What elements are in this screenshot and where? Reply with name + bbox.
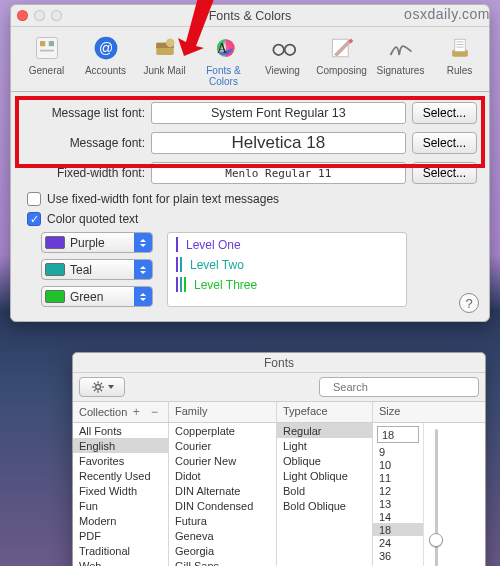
svg-point-17 [95, 385, 100, 390]
quote-color-popup-1[interactable]: Purple [41, 232, 153, 253]
list-item[interactable]: Favorites [73, 453, 168, 468]
list-item[interactable]: Fixed Width [73, 483, 168, 498]
list-item[interactable]: Bold [277, 483, 372, 498]
list-item[interactable]: Didot [169, 468, 276, 483]
list-item[interactable]: All Fonts [73, 423, 168, 438]
tab-junk-mail[interactable]: Junk Mail [135, 31, 194, 91]
list-item[interactable]: Courier New [169, 453, 276, 468]
svg-rect-2 [40, 41, 45, 46]
level-three-text: Level Three [194, 278, 257, 292]
level-one-text: Level One [186, 238, 241, 252]
list-item[interactable]: Recently Used [73, 468, 168, 483]
list-item[interactable]: DIN Condensed [169, 498, 276, 513]
list-item[interactable]: Regular [277, 423, 372, 438]
list-item[interactable]: Web [73, 558, 168, 566]
list-item[interactable]: 24 [373, 536, 423, 549]
list-item[interactable]: Traditional [73, 543, 168, 558]
typeface-list[interactable]: RegularLightObliqueLight ObliqueBoldBold… [277, 423, 373, 566]
fonts-panel-title[interactable]: Fonts [73, 353, 485, 373]
action-menu-button[interactable] [79, 377, 125, 397]
list-item[interactable]: Georgia [169, 543, 276, 558]
tab-fonts-colors[interactable]: A Fonts & Colors [194, 31, 253, 91]
list-item[interactable]: 10 [373, 458, 423, 471]
chevron-updown-icon [134, 260, 152, 279]
search-input[interactable] [331, 380, 473, 394]
quote-color-popup-3[interactable]: Green [41, 286, 153, 307]
color-name: Green [70, 290, 103, 304]
list-item[interactable]: Copperplate [169, 423, 276, 438]
viewing-icon [266, 33, 300, 63]
list-item[interactable]: 14 [373, 510, 423, 523]
list-item[interactable]: PDF [73, 528, 168, 543]
list-item[interactable]: 9 [373, 445, 423, 458]
composing-icon [325, 33, 359, 63]
list-item[interactable]: Geneva [169, 528, 276, 543]
use-fixed-width-checkbox[interactable] [27, 192, 41, 206]
list-item[interactable]: Courier [169, 438, 276, 453]
zoom-icon[interactable] [51, 10, 62, 21]
list-item[interactable]: Oblique [277, 453, 372, 468]
list-item[interactable]: 18 [373, 523, 423, 536]
select-button[interactable]: Select... [412, 162, 477, 184]
select-button[interactable]: Select... [412, 102, 477, 124]
tab-general[interactable]: General [17, 31, 76, 91]
chevron-updown-icon [134, 233, 152, 252]
tab-rules[interactable]: Rules [430, 31, 489, 91]
svg-text:A: A [217, 41, 228, 56]
color-swatch-icon [45, 236, 65, 249]
list-item[interactable]: Bold Oblique [277, 498, 372, 513]
select-button[interactable]: Select... [412, 132, 477, 154]
size-column: 18 91011121314182436 [373, 423, 485, 566]
list-item[interactable]: 12 [373, 484, 423, 497]
list-item[interactable]: Light Oblique [277, 468, 372, 483]
svg-text:@: @ [98, 40, 112, 56]
list-item[interactable]: 11 [373, 471, 423, 484]
list-item[interactable]: 36 [373, 549, 423, 562]
svg-rect-16 [454, 39, 465, 51]
add-remove-buttons[interactable]: + − [133, 405, 162, 419]
tab-label: Fonts & Colors [194, 65, 253, 87]
list-item[interactable]: Fun [73, 498, 168, 513]
list-item[interactable]: DIN Alternate [169, 483, 276, 498]
list-item[interactable]: Light [277, 438, 372, 453]
list-item[interactable]: English [73, 438, 168, 453]
tab-signatures[interactable]: Signatures [371, 31, 430, 91]
typeface-header[interactable]: Typeface [277, 402, 373, 422]
search-field[interactable] [319, 377, 479, 397]
quote-color-popup-2[interactable]: Teal [41, 259, 153, 280]
close-icon[interactable] [17, 10, 28, 21]
family-header[interactable]: Family [169, 402, 277, 422]
collection-list[interactable]: All FontsEnglishFavoritesRecently UsedFi… [73, 423, 169, 566]
tab-viewing[interactable]: Viewing [253, 31, 312, 91]
size-list[interactable]: 91011121314182436 [373, 445, 423, 562]
family-list[interactable]: CopperplateCourierCourier NewDidotDIN Al… [169, 423, 277, 566]
tab-label: Junk Mail [135, 65, 194, 76]
tab-accounts[interactable]: @ Accounts [76, 31, 135, 91]
tab-composing[interactable]: Composing [312, 31, 371, 91]
list-item[interactable]: Futura [169, 513, 276, 528]
minimize-icon[interactable] [34, 10, 45, 21]
help-button[interactable]: ? [459, 293, 479, 313]
size-header[interactable]: Size [373, 402, 485, 422]
accounts-icon: @ [89, 33, 123, 63]
list-item[interactable]: 13 [373, 497, 423, 510]
collection-header[interactable]: Collection + − [73, 402, 169, 422]
tab-label: General [17, 65, 76, 76]
size-slider[interactable] [423, 423, 447, 566]
message-font-field: Helvetica 18 [151, 132, 406, 154]
svg-line-24 [93, 389, 95, 391]
color-quoted-checkbox[interactable]: ✓ [27, 212, 41, 226]
tab-label: Accounts [76, 65, 135, 76]
color-quoted-label: Color quoted text [47, 212, 138, 226]
size-input[interactable]: 18 [377, 426, 419, 443]
svg-point-11 [273, 45, 284, 56]
list-item[interactable]: Modern [73, 513, 168, 528]
slider-knob[interactable] [429, 533, 443, 547]
svg-rect-1 [36, 38, 57, 59]
preferences-toolbar: General @ Accounts Junk Mail A [11, 27, 489, 92]
fixed-width-font-label: Fixed-width font: [23, 166, 145, 180]
list-item[interactable]: Gill Sans [169, 558, 276, 566]
svg-line-25 [100, 383, 102, 385]
svg-rect-3 [48, 41, 53, 46]
color-swatch-icon [45, 263, 65, 276]
